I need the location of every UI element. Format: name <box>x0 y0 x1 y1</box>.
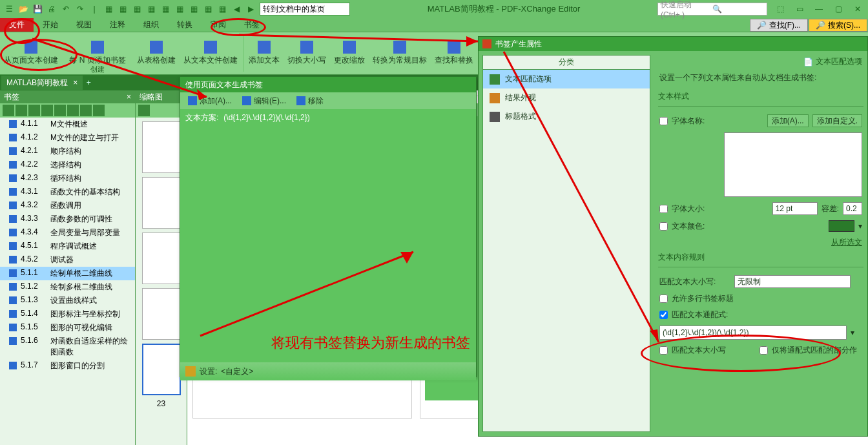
tolerance-field[interactable]: 0.2 <box>843 202 862 215</box>
edit-button[interactable]: 编辑(E)... <box>238 94 290 108</box>
tb-icon[interactable] <box>93 105 105 116</box>
thumbnail[interactable] <box>142 177 181 229</box>
maximize-icon[interactable]: ▢ <box>831 3 846 16</box>
tb-icon[interactable] <box>54 105 66 116</box>
find-button[interactable]: 🔎查找(F)... <box>750 19 808 32</box>
checkbox[interactable] <box>659 117 668 125</box>
remove-button[interactable]: 移除 <box>293 94 327 108</box>
checkbox[interactable] <box>659 311 668 319</box>
menu-icon[interactable]: ☰ <box>3 3 16 16</box>
tool-icon[interactable]: ▦ <box>187 3 200 16</box>
tb-icon[interactable] <box>138 105 150 116</box>
checkbox[interactable] <box>760 346 768 355</box>
bookmark-item[interactable]: 4.1.2M文件的建立与打开 <box>0 131 135 145</box>
tab-review[interactable]: 审阅 <box>202 18 235 32</box>
bookmark-item[interactable]: 5.1.5图形的可视化编辑 <box>0 321 135 335</box>
bookmark-item[interactable]: 5.1.6对函数自适应采样的绘图函数 <box>0 335 135 359</box>
tab-file[interactable]: 文件 <box>0 18 34 32</box>
tab-organize[interactable]: 组织 <box>134 18 168 32</box>
close-icon[interactable]: × <box>73 78 78 87</box>
regex-input[interactable]: (\d{1,2}\.\d{1,2})(\.\d{1,2}) <box>659 326 847 340</box>
tool-icon[interactable]: ▦ <box>116 3 129 16</box>
tool-icon[interactable]: ▦ <box>145 3 158 16</box>
cat-appearance[interactable]: 结果外观 <box>483 88 650 107</box>
checkbox[interactable] <box>659 346 668 355</box>
rb-add-text[interactable]: 添加文本 <box>245 32 284 74</box>
tab-convert[interactable]: 转换 <box>168 18 202 32</box>
thumbnail[interactable] <box>142 233 181 284</box>
close-icon[interactable]: × <box>127 92 131 101</box>
gear-icon[interactable] <box>185 366 196 377</box>
tb-icon[interactable] <box>80 105 92 116</box>
chevron-down-icon[interactable]: ▾ <box>858 222 862 231</box>
tab-bookmarks[interactable]: 书签 <box>235 18 269 32</box>
nav-back-icon[interactable]: ◀ <box>230 3 243 16</box>
match-case-combo[interactable]: 无限制 <box>734 275 851 288</box>
bookmark-item[interactable]: 5.1.2绘制多根二维曲线 <box>0 280 135 294</box>
bookmarks-list[interactable]: 4.1.1M文件概述4.1.2M文件的建立与打开4.2.1顺序结构4.2.2选择… <box>0 118 135 445</box>
rb-from-table[interactable]: 从表格创建 <box>133 32 180 74</box>
add-custom-button[interactable]: 添加自定义. <box>812 114 862 127</box>
close-icon[interactable]: ✕ <box>850 3 865 16</box>
bookmark-item[interactable]: 4.3.3函数参数的可调性 <box>0 212 135 226</box>
rb-from-page-text[interactable]: 从页面文本创建 <box>0 32 62 74</box>
save-icon[interactable]: 💾 <box>31 3 44 16</box>
undo-icon[interactable]: ↶ <box>59 3 72 16</box>
cat-title-format[interactable]: 标题格式 <box>483 107 650 126</box>
tool-icon[interactable]: ▦ <box>216 3 229 16</box>
chevron-down-icon[interactable]: ▾ <box>851 328 854 337</box>
minimize-icon[interactable]: — <box>811 3 827 16</box>
bookmark-item[interactable]: 4.3.1函数文件的基本结构 <box>0 185 135 199</box>
quick-launch-input[interactable]: 快速启动 (Ctrl+.) 🔍 <box>657 3 767 16</box>
ui-options-icon[interactable]: ⬚ <box>772 3 788 16</box>
nav-page-combo[interactable]: 转到文档中的某页 <box>260 3 350 16</box>
ui-options-icon[interactable]: ▭ <box>792 3 807 16</box>
bookmark-item[interactable]: 4.2.3循环结构 <box>0 172 135 185</box>
add-font-button[interactable]: 添加(A)... <box>767 114 809 127</box>
settings-combo[interactable]: <自定义> <box>221 366 253 377</box>
tb-icon[interactable] <box>41 105 53 116</box>
checkbox[interactable] <box>659 205 668 213</box>
bookmark-item[interactable]: 4.5.2调试器 <box>0 253 135 267</box>
cat-text-match[interactable]: 文本匹配选项 <box>483 70 650 88</box>
nav-fwd-icon[interactable]: ▶ <box>244 3 257 16</box>
add-button[interactable]: 添加(A)... <box>184 94 236 108</box>
doc-tab[interactable]: MATLAB简明教程 × <box>1 76 83 90</box>
search-button[interactable]: 🔎搜索(S)... <box>809 19 867 32</box>
tab-start[interactable]: 开始 <box>34 18 67 32</box>
bookmark-item[interactable]: 5.1.3设置曲线样式 <box>0 294 135 307</box>
rb-find-replace[interactable]: 查找和替换 <box>431 32 477 74</box>
tab-comment[interactable]: 注释 <box>101 18 134 32</box>
thumbnail[interactable] <box>142 121 181 173</box>
tb-icon[interactable] <box>16 105 27 116</box>
bookmark-item[interactable]: 4.3.4全局变量与局部变量 <box>0 226 135 240</box>
open-icon[interactable]: 📂 <box>17 3 30 16</box>
color-swatch[interactable] <box>829 220 854 232</box>
checkbox[interactable] <box>659 222 668 231</box>
thumbnail[interactable] <box>142 288 181 340</box>
tb-icon[interactable] <box>3 105 14 116</box>
tool-icon[interactable]: ▦ <box>202 3 214 16</box>
bookmark-item[interactable]: 4.5.1程序调试概述 <box>0 240 135 253</box>
redo-icon[interactable]: ↷ <box>74 3 87 16</box>
bookmark-item[interactable]: 5.1.1绘制单根二维曲线 <box>0 267 135 280</box>
tool-icon[interactable]: ▦ <box>159 3 172 16</box>
tool-icon[interactable]: ▦ <box>173 3 186 16</box>
add-tab-icon[interactable]: + <box>83 78 94 87</box>
rb-change-zoom[interactable]: 更改缩放 <box>330 32 369 74</box>
rb-named-dest[interactable]: 转换为常规目标 <box>369 32 431 74</box>
bookmark-item[interactable]: 4.2.1顺序结构 <box>0 145 135 158</box>
bookmark-item[interactable]: 4.1.1M文件概述 <box>0 118 135 131</box>
tb-icon[interactable] <box>67 105 79 116</box>
from-selected-link[interactable]: 从所选文 <box>831 237 862 248</box>
font-size-field[interactable]: 12 pt <box>772 202 818 215</box>
bookmark-item[interactable]: 4.2.2选择结构 <box>0 158 135 172</box>
tab-view[interactable]: 视图 <box>67 18 101 32</box>
bookmark-item[interactable]: 5.1.7图形窗口的分割 <box>0 359 135 373</box>
tool-icon[interactable]: ▦ <box>102 3 115 16</box>
font-listbox[interactable] <box>724 132 862 197</box>
rb-from-text-file[interactable]: 从文本文件创建 <box>180 32 242 74</box>
rb-toggle-case[interactable]: 切换大小写 <box>284 32 330 74</box>
print-icon[interactable]: 🖨 <box>45 3 58 16</box>
checkbox[interactable] <box>659 295 668 303</box>
